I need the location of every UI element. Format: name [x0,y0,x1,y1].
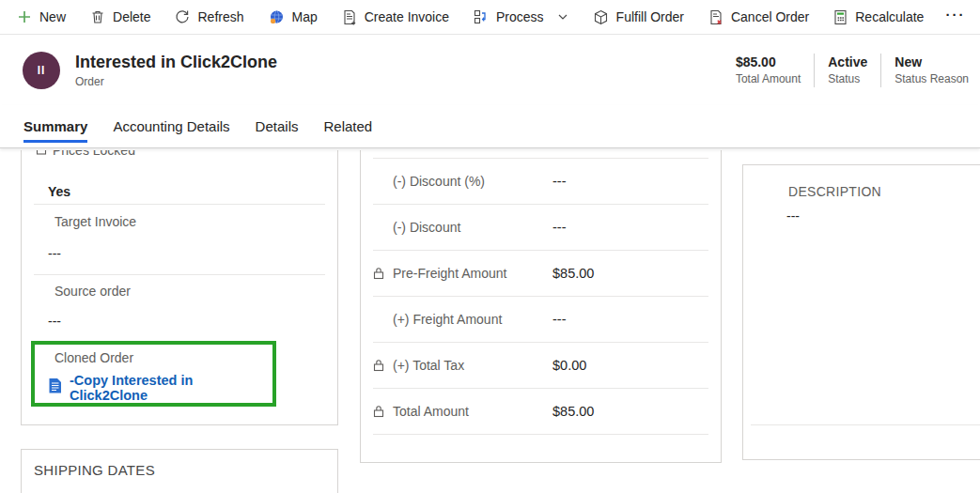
field-label: (-) Discount [393,220,460,235]
stat-total-amount: $85.00 Total Amount [736,54,801,85]
form-content: Prices Locked Yes Target Invoice --- Sou… [0,148,980,493]
toolbar-delete-button[interactable]: Delete [78,0,163,34]
field-divider [34,274,325,275]
target-invoice-value[interactable]: --- [48,246,337,261]
toolbar-new-label: New [39,9,66,24]
document-icon [48,377,62,398]
shipping-dates-title: SHIPPING DATES [34,462,337,478]
totals-card: (-) Discount (%) --- (-) Discount --- Pr… [360,150,722,463]
plus-icon [17,9,32,24]
stat-status-reason: New Status Reason [894,54,969,85]
total-amount-value: $85.00 [552,404,594,419]
toolbar-process-button[interactable]: Process [461,0,581,34]
field-label: (-) Discount (%) [393,174,485,189]
toolbar-cancel-order-button[interactable]: Cancel Order [696,0,821,34]
page-title: Interested in Click2Clone [75,53,277,72]
field-row-total-tax: (+) Total Tax $0.00 [361,343,721,388]
discount-value[interactable]: --- [552,220,567,235]
stat-divider [814,54,815,87]
prices-locked-value: Yes [48,184,337,199]
document-add-icon [342,9,357,25]
stat-status: Active Status [828,54,867,85]
command-bar: New Delete Refresh Map Create Invoice Pr… [0,0,980,35]
toolbar-recalculate-button[interactable]: Recalculate [821,0,936,34]
chevron-down-icon [557,11,568,23]
toolbar-cancel-order-label: Cancel Order [731,9,809,24]
total-tax-value: $0.00 [552,358,586,373]
toolbar-create-invoice-button[interactable]: Create Invoice [330,0,461,34]
field-row-total-amount: Total Amount $85.00 [361,389,721,434]
tab-summary[interactable]: Summary [23,106,87,146]
toolbar-refresh-button[interactable]: Refresh [163,0,256,34]
lock-icon [373,359,384,376]
field-row-discount-pct: (-) Discount (%) --- [361,159,721,204]
toolbar-fulfill-order-label: Fulfill Order [616,9,684,24]
field-divider [751,424,980,425]
field-label: Prices Locked [53,150,135,158]
cloned-order-link[interactable]: -Copy Interested in Click2Clone [70,373,272,403]
lock-icon [373,267,384,284]
header-stats: $85.00 Total Amount Active Status New St… [736,54,969,87]
refresh-icon [175,9,190,24]
calculator-icon [833,9,848,25]
stat-divider [880,54,881,87]
field-row-freight: (+) Freight Amount --- [361,297,721,342]
discount-pct-value[interactable]: --- [552,174,567,189]
field-label: Target Invoice [54,214,337,229]
toolbar-recalculate-label: Recalculate [855,9,924,24]
field-label: Source order [54,284,337,299]
tab-related[interactable]: Related [323,106,372,146]
toolbar-fulfill-order-button[interactable]: Fulfill Order [581,0,696,34]
lock-icon [36,150,47,158]
field-row-discount: (-) Discount --- [361,205,721,250]
lock-icon [373,405,384,422]
field-label: Cloned Order [54,350,272,365]
toolbar-new-button[interactable]: New [5,0,78,34]
field-label: Pre-Freight Amount [393,266,506,281]
cube-icon [593,9,609,25]
tab-bar: Summary Accounting Details Details Relat… [0,105,980,148]
order-form-page: New Delete Refresh Map Create Invoice Pr… [0,0,980,493]
pre-freight-value: $85.00 [552,266,594,281]
field-label: (+) Total Tax [393,358,464,373]
toolbar-process-label: Process [496,9,544,24]
globe-icon [269,9,285,25]
cloned-order-field: -Copy Interested in Click2Clone [48,373,272,403]
description-value[interactable]: --- [786,208,980,223]
toolbar-refresh-label: Refresh [197,9,243,24]
field-label: (+) Freight Amount [393,312,502,327]
record-avatar: II [23,52,60,89]
toolbar-overflow-button[interactable]: ··· [936,0,974,34]
field-label: Total Amount [393,404,469,419]
document-cancel-icon [708,9,723,25]
record-header: II Interested in Click2Clone Order $85.0… [0,35,980,105]
toolbar-create-invoice-label: Create Invoice [365,9,449,24]
field-divider [373,434,708,435]
tab-accounting-details[interactable]: Accounting Details [113,106,229,146]
toolbar-map-label: Map [292,9,318,24]
order-details-card: Prices Locked Yes Target Invoice --- Sou… [21,150,338,425]
more-dots-icon: ··· [945,7,965,23]
trash-icon [90,9,105,24]
source-order-value[interactable]: --- [48,314,337,329]
field-row-pre-freight: Pre-Freight Amount $85.00 [361,251,721,296]
clone-highlight-box: Cloned Order -Copy Interested in Click2C… [31,341,276,407]
freight-value[interactable]: --- [552,312,567,327]
process-icon [474,9,489,24]
field-prices-locked: Prices Locked [36,150,337,159]
shipping-dates-card: SHIPPING DATES [21,449,338,493]
field-divider [34,204,325,205]
toolbar-delete-label: Delete [113,9,150,24]
description-card: DESCRIPTION --- [742,164,980,460]
tab-details[interactable]: Details [256,106,299,146]
toolbar-map-button[interactable]: Map [257,0,330,34]
entity-type-label: Order [75,75,277,88]
description-title: DESCRIPTION [788,184,980,199]
